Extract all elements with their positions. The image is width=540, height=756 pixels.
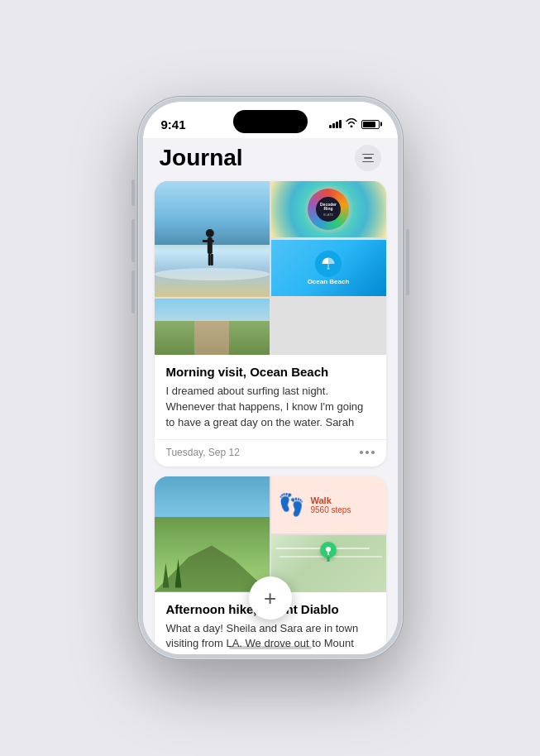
footsteps-icon: 👣 — [278, 492, 304, 518]
phone-frame: 9:41 — [138, 97, 403, 659]
svg-rect-2 — [203, 240, 214, 242]
entry-1-more-button[interactable] — [360, 451, 375, 454]
dot-3 — [371, 451, 375, 454]
entry-1-text-content: Morning visit, Ocean Beach I dreamed abo… — [155, 355, 386, 439]
umbrella-icon — [321, 256, 336, 271]
add-entry-button[interactable]: + — [249, 577, 292, 620]
entry-1-trail-photo — [155, 299, 270, 355]
menu-line-3 — [362, 161, 374, 163]
signal-bar-4 — [339, 120, 342, 128]
home-indicator — [229, 646, 312, 649]
svg-rect-5 — [328, 264, 329, 269]
svg-rect-3 — [208, 254, 211, 266]
signal-bar-3 — [336, 122, 338, 128]
wave-line — [155, 268, 270, 280]
svg-rect-4 — [211, 254, 213, 266]
entry-1-beach-photo — [155, 181, 270, 297]
wifi-icon — [346, 118, 357, 130]
status-icons — [329, 118, 380, 130]
dot-1 — [360, 451, 363, 454]
volume-up-button — [131, 219, 135, 262]
signal-bar-1 — [329, 125, 332, 128]
ring-circle: Decoder Ring SLATE — [308, 189, 349, 230]
dot-2 — [366, 451, 369, 454]
ocean-beach-icon-circle — [315, 251, 342, 277]
signal-bar-2 — [332, 123, 335, 128]
mute-button — [131, 179, 135, 206]
decoder-slate-label: SLATE — [323, 213, 333, 217]
page-title: Journal — [160, 145, 243, 171]
entry-1-title: Morning visit, Ocean Beach — [166, 365, 375, 379]
plus-icon: + — [264, 587, 276, 609]
entry-1-body: I dreamed about surfing last night. When… — [166, 384, 375, 431]
walk-info: Walk 9560 steps — [311, 495, 351, 514]
entry-2-mountain-photo — [155, 476, 270, 592]
decoder-ring-art: Decoder Ring SLATE — [271, 181, 386, 237]
entry-2-walk-widget: 👣 Walk 9560 steps — [271, 476, 386, 534]
entry-1-podcast-image: Decoder Ring SLATE — [271, 181, 386, 237]
menu-button[interactable] — [355, 145, 381, 171]
pin-icon — [323, 545, 333, 555]
svg-point-6 — [326, 547, 331, 552]
trail-sky — [155, 299, 270, 321]
map-location-pin — [320, 542, 337, 558]
journal-entry-1[interactable]: Decoder Ring SLATE — [155, 181, 386, 467]
status-time: 9:41 — [161, 117, 186, 132]
ocean-beach-label: Ocean Beach — [308, 279, 350, 286]
surfer-figure — [201, 228, 219, 274]
svg-point-0 — [206, 229, 214, 237]
battery-fill — [363, 122, 375, 127]
walk-steps: 9560 steps — [311, 505, 351, 514]
menu-line-2 — [364, 157, 372, 159]
fab-container: + — [249, 577, 292, 620]
entry-1-ocean-beach-widget: Ocean Beach — [271, 240, 386, 296]
phone-screen: 9:41 — [143, 102, 398, 654]
dynamic-island — [233, 110, 308, 133]
power-button — [406, 229, 409, 295]
signal-icon — [329, 120, 342, 128]
ring-inner: Decoder Ring SLATE — [316, 197, 341, 222]
decoder-ring-text: Decoder Ring — [316, 203, 341, 212]
entry-1-date: Tuesday, Sep 12 — [166, 447, 240, 458]
menu-line-1 — [362, 154, 374, 156]
walk-label: Walk — [311, 495, 351, 505]
volume-down-button — [131, 270, 135, 313]
app-header: Journal — [143, 138, 398, 176]
entry-1-images: Decoder Ring SLATE — [155, 181, 386, 355]
entry-1-footer: Tuesday, Sep 12 — [155, 439, 386, 467]
battery-icon — [361, 120, 380, 129]
entry-2-images: 👣 Walk 9560 steps — [155, 476, 386, 592]
journal-entry-2[interactable]: 👣 Walk 9560 steps — [155, 476, 386, 654]
